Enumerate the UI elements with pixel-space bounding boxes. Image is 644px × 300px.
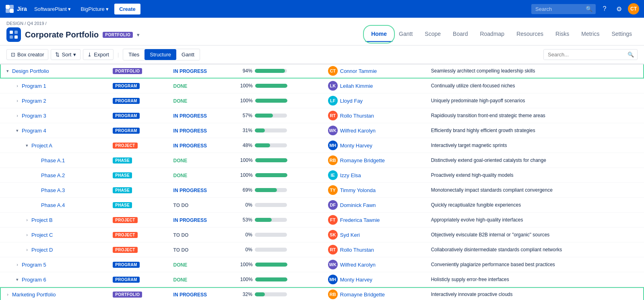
tab-metrics[interactable]: Metrics: [576, 27, 605, 42]
leader-name[interactable]: Monty Harvey: [340, 143, 372, 149]
status-label: IN PROGRESS: [173, 128, 207, 134]
progress-bar-bg: [255, 292, 287, 296]
export-label: Export: [94, 52, 109, 58]
avatar: WK: [328, 260, 338, 269]
leader-name[interactable]: Timmy Yolonda: [340, 187, 376, 193]
expand-icon[interactable]: ›: [5, 292, 10, 297]
leader-name[interactable]: Syd Keri: [340, 232, 360, 238]
status-label: DONE: [173, 83, 188, 89]
progress-pct: 100%: [240, 172, 253, 178]
type-cell: PROJECT: [108, 228, 168, 242]
logo[interactable]: Jira: [5, 4, 27, 14]
search-icon[interactable]: 🔍: [624, 50, 637, 60]
row-name[interactable]: Program 4: [22, 128, 46, 134]
leader-name[interactable]: Izzy Elsa: [340, 172, 361, 178]
leader-cell-wrap: IE Izzy Elsa: [328, 170, 421, 180]
row-name[interactable]: Project D: [31, 247, 53, 253]
expand-icon[interactable]: ▾: [14, 277, 20, 282]
box-creator-button[interactable]: ⊡ Box creator: [6, 49, 48, 60]
tab-scope[interactable]: Scope: [419, 27, 446, 42]
nav-right: 🔍 ? ⚙ CT: [531, 3, 639, 14]
progress-bar-fill: [255, 128, 265, 132]
row-name[interactable]: Project A: [31, 143, 52, 149]
leader-cell-wrap: FT Frederica Tawnie: [328, 215, 421, 225]
leader-name[interactable]: Rollo Thurstan: [340, 247, 374, 253]
progress-bar-bg: [255, 173, 287, 177]
row-name[interactable]: Phase A.3: [41, 187, 65, 193]
structure-button[interactable]: Structure: [144, 49, 176, 60]
user-avatar[interactable]: CT: [628, 3, 639, 14]
progress-wrap: 0%: [240, 247, 318, 252]
expand-icon[interactable]: ›: [14, 113, 20, 118]
sort-button[interactable]: ⇅ Sort ▾: [51, 49, 80, 60]
leader-name[interactable]: Lloyd Fay: [340, 98, 363, 104]
gantt-button[interactable]: Gantt: [176, 49, 200, 60]
row-name[interactable]: Project B: [31, 217, 53, 223]
leader-name[interactable]: Rollo Thurstan: [340, 113, 374, 119]
row-name[interactable]: Marketing Portfolio: [12, 292, 56, 298]
leader-name[interactable]: Leilah Kimmie: [340, 83, 373, 89]
svg-rect-7: [14, 35, 18, 39]
search-input[interactable]: [544, 50, 624, 60]
project-dropdown[interactable]: ▾: [137, 32, 140, 38]
tab-gantt[interactable]: Gantt: [393, 27, 418, 42]
create-button[interactable]: Create: [114, 4, 140, 14]
progress-bar-fill: [255, 158, 287, 162]
tab-roadmap[interactable]: Roadmap: [474, 27, 510, 42]
type-cell: PROGRAM: [108, 257, 168, 272]
row-name[interactable]: Program 2: [22, 98, 46, 104]
progress-pct: 100%: [240, 157, 253, 163]
expand-icon[interactable]: ▾: [14, 128, 20, 133]
leader-name[interactable]: Connor Tammie: [340, 68, 377, 74]
description-cell: Distinctively extend goal-oriented catal…: [426, 153, 644, 168]
app-name: Jira: [17, 6, 27, 12]
nav-softwareplant[interactable]: SoftwarePlant ▾: [30, 4, 75, 14]
row-name[interactable]: Project C: [31, 232, 53, 238]
name-cell: ▾ Design Portfolio: [0, 63, 108, 79]
row-name[interactable]: Phase A.1: [41, 157, 65, 163]
expand-icon[interactable]: ›: [24, 232, 30, 237]
tab-risks[interactable]: Risks: [550, 27, 575, 42]
export-button[interactable]: ⤓ Export: [83, 49, 114, 60]
expand-icon[interactable]: ▾: [5, 68, 10, 74]
tab-settings[interactable]: Settings: [606, 27, 638, 42]
leader-name[interactable]: Dominick Fawn: [340, 202, 376, 208]
expand-icon[interactable]: ›: [24, 247, 30, 252]
row-name[interactable]: Design Portfolio: [12, 68, 49, 74]
help-icon[interactable]: ?: [599, 3, 610, 14]
export-icon: ⤓: [87, 52, 92, 58]
avatar: MH: [328, 275, 338, 284]
row-name[interactable]: Program 3: [22, 113, 46, 119]
expand-icon[interactable]: ›: [24, 217, 30, 222]
type-cell: PROGRAM: [108, 108, 168, 123]
tiles-button[interactable]: Tiles: [123, 49, 144, 60]
row-name[interactable]: Phase A.4: [41, 202, 65, 208]
leader-name[interactable]: Frederica Tawnie: [340, 217, 380, 223]
row-name[interactable]: Program 1: [22, 83, 46, 89]
tab-home[interactable]: Home: [365, 27, 392, 42]
progress-pct: 100%: [240, 98, 253, 103]
status-label: IN PROGRESS: [173, 68, 207, 74]
leader-name[interactable]: Wilfred Karolyn: [340, 128, 376, 134]
expand-icon[interactable]: ›: [14, 262, 20, 267]
expand-icon[interactable]: ›: [14, 83, 20, 88]
tab-resources[interactable]: Resources: [511, 27, 549, 42]
avatar: LF: [328, 96, 338, 106]
leader-name[interactable]: Romayne Bridgette: [340, 157, 385, 163]
settings-icon[interactable]: ⚙: [613, 3, 625, 14]
description-cell: Continually utilize client-focused niche…: [426, 79, 644, 93]
tab-board[interactable]: Board: [447, 27, 473, 42]
expand-icon[interactable]: ›: [14, 98, 20, 103]
toolbar: ⊡ Box creator ⇅ Sort ▾ ⤓ Export | Tiles …: [0, 45, 644, 64]
nav-bigpicture[interactable]: BigPicture ▾: [76, 4, 113, 14]
leader-name[interactable]: Wilfred Karolyn: [340, 262, 376, 268]
expand-icon[interactable]: ▾: [24, 143, 30, 148]
row-name[interactable]: Program 5: [22, 262, 46, 268]
avatar: RT: [328, 245, 338, 254]
leader-name[interactable]: Monty Harvey: [340, 277, 372, 283]
leader-name[interactable]: Romayne Bridgette: [340, 292, 385, 298]
progress-bar-bg: [255, 99, 287, 103]
row-name[interactable]: Phase A.2: [41, 172, 65, 178]
row-name[interactable]: Program 6: [22, 277, 46, 283]
progress-wrap: 100%: [240, 83, 318, 89]
